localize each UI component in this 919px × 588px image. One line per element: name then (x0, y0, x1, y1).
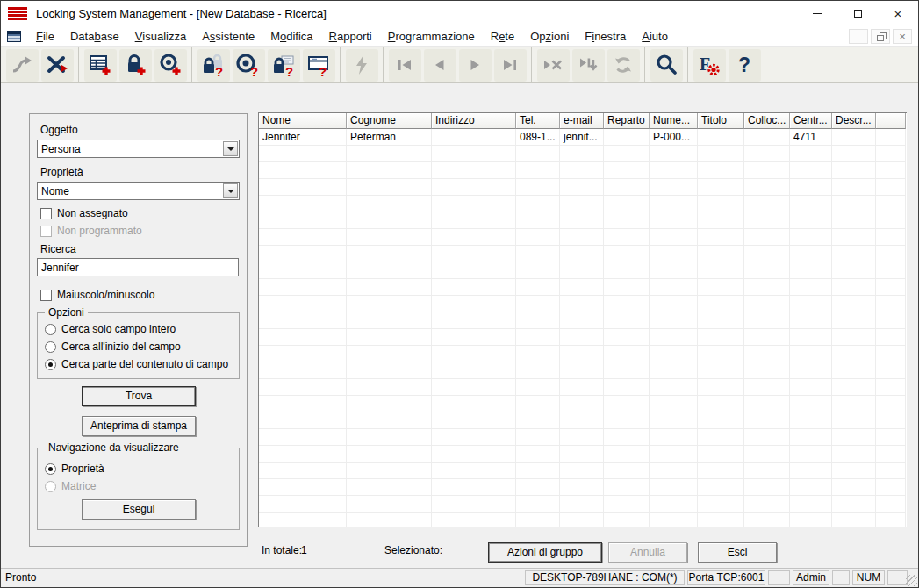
menu-bar: FileDatabaseVisualizzaAssistenteModifica… (1, 26, 918, 47)
read-card-button[interactable]: ? (303, 49, 335, 82)
exit-button[interactable]: Esci (698, 542, 777, 563)
table-cell (744, 412, 790, 429)
results-table: NomeCognomeIndirizzoTel.e-mailRepartoNum… (258, 112, 907, 527)
minimize-icon (813, 13, 822, 14)
minimize-button[interactable] (797, 1, 837, 26)
column-header-Tel.[interactable]: Tel. (516, 113, 560, 129)
table-cell (432, 513, 516, 527)
search-button[interactable] (650, 49, 683, 82)
mdi-close-icon: × (899, 31, 906, 42)
column-header-Nume...[interactable]: Nume... (650, 113, 698, 129)
column-header-Nome[interactable]: Nome (259, 113, 347, 129)
maximize-button[interactable] (837, 1, 878, 26)
menu-rapporti[interactable]: Rapporti (321, 26, 380, 46)
table-cell (876, 212, 906, 229)
toolbar-separator (78, 47, 79, 82)
table-row-empty (259, 262, 907, 279)
column-header-Colloc...[interactable]: Colloc... (744, 113, 790, 129)
filter-settings-button[interactable]: F (693, 49, 726, 82)
resize-grip-icon[interactable] (906, 575, 917, 586)
object-select-value: Persona (38, 140, 239, 155)
table-cell (432, 312, 516, 329)
table-cell (876, 446, 906, 463)
new-lock-button[interactable] (119, 49, 152, 82)
column-header-Titolo[interactable]: Titolo (698, 113, 744, 129)
mdi-document-icon[interactable] (7, 31, 21, 42)
table-row-empty (259, 446, 907, 463)
column-header-blank[interactable] (876, 113, 906, 129)
table-row-empty (259, 496, 907, 513)
table-cell (650, 312, 698, 329)
menu-modifica[interactable]: Modifica (262, 26, 320, 46)
mdi-minimize-button[interactable] (849, 29, 868, 44)
menu-visualizza[interactable]: Visualizza (127, 26, 195, 46)
table-cell (698, 246, 744, 262)
status-segment-num: NUM (852, 570, 885, 585)
close-icon: × (894, 7, 902, 20)
table-cell (832, 496, 876, 513)
toolbar-separator (687, 47, 688, 82)
new-locking-system-button[interactable] (84, 49, 117, 82)
new-transponder-button[interactable] (154, 49, 187, 82)
table-cell (259, 262, 347, 279)
case-sensitive-checkbox[interactable]: Maiuscolo/minuscolo (40, 289, 154, 301)
refresh-button (607, 49, 640, 82)
table-cell (432, 279, 516, 296)
property-select[interactable]: Nome (37, 182, 240, 200)
not-assigned-checkbox[interactable]: Non assegnato (40, 207, 128, 219)
table-cell (604, 479, 650, 496)
menu-file[interactable]: File (28, 26, 62, 46)
find-button[interactable]: Trova (82, 386, 196, 406)
table-cell (432, 212, 516, 229)
read-lock-button[interactable]: ? (197, 49, 230, 82)
execute-button[interactable]: Esegui (82, 499, 196, 520)
table-cell (698, 329, 744, 346)
search-input[interactable] (37, 258, 239, 276)
table-cell (650, 212, 698, 229)
table-cell (560, 196, 604, 212)
table-row[interactable]: JenniferPeterman089-1...jennif...P-000..… (259, 129, 907, 146)
property-select-dropdown-button[interactable] (223, 183, 238, 198)
previous-record-button (424, 49, 456, 82)
radio-properties[interactable]: Proprietà (45, 463, 104, 475)
total-label: In totale: (262, 541, 302, 561)
close-button[interactable]: × (878, 1, 918, 26)
mdi-minimize-icon (855, 39, 862, 39)
table-cell (650, 262, 698, 279)
table-cell (516, 146, 560, 162)
mdi-restore-button[interactable] (871, 29, 890, 44)
object-select-dropdown-button[interactable] (223, 141, 238, 156)
menu-finestra[interactable]: Finestra (577, 26, 634, 46)
menu-database[interactable]: Database (62, 26, 127, 46)
menu-aiuto[interactable]: Aiuto (634, 26, 676, 46)
group-actions-button[interactable]: Azioni di gruppo (488, 542, 602, 563)
column-header-Descr...[interactable]: Descr... (832, 113, 876, 129)
radio-field-part[interactable]: Cerca parte del contenuto di campo (45, 358, 228, 370)
column-header-e-mail[interactable]: e-mail (560, 113, 604, 129)
column-header-Indirizzo[interactable]: Indirizzo (432, 113, 516, 129)
menu-assistente[interactable]: Assistente (194, 26, 262, 46)
table-cell (560, 179, 604, 196)
help-button[interactable]: ? (729, 49, 761, 82)
table-cell (560, 329, 604, 346)
column-header-Reparto[interactable]: Reparto (604, 113, 650, 129)
menu-rete[interactable]: Rete (483, 26, 522, 46)
table-cell (790, 312, 832, 329)
column-header-Cognome[interactable]: Cognome (347, 113, 432, 129)
column-header-Centr...[interactable]: Centr... (790, 113, 832, 129)
menu-opzioni[interactable]: Opzioni (522, 26, 577, 46)
mdi-close-button[interactable]: × (893, 29, 912, 44)
table-cell (516, 362, 560, 379)
menu-programmazione[interactable]: Programmazione (380, 26, 483, 46)
read-card-lock-button[interactable]: ? (268, 49, 300, 82)
print-preview-button[interactable]: Anteprima di stampa (82, 416, 196, 436)
table-cell (560, 412, 604, 429)
logout-button[interactable] (41, 49, 74, 82)
read-transponder-button[interactable]: ? (233, 49, 265, 82)
table-cell (876, 146, 906, 162)
radio-matrix: Matrice (45, 480, 96, 492)
radio-field-start[interactable]: Cerca all'inizio del campo (45, 341, 181, 353)
radio-whole-field[interactable]: Cerca solo campo intero (45, 323, 176, 335)
object-select[interactable]: Persona (37, 140, 240, 158)
table-cell (876, 429, 906, 446)
